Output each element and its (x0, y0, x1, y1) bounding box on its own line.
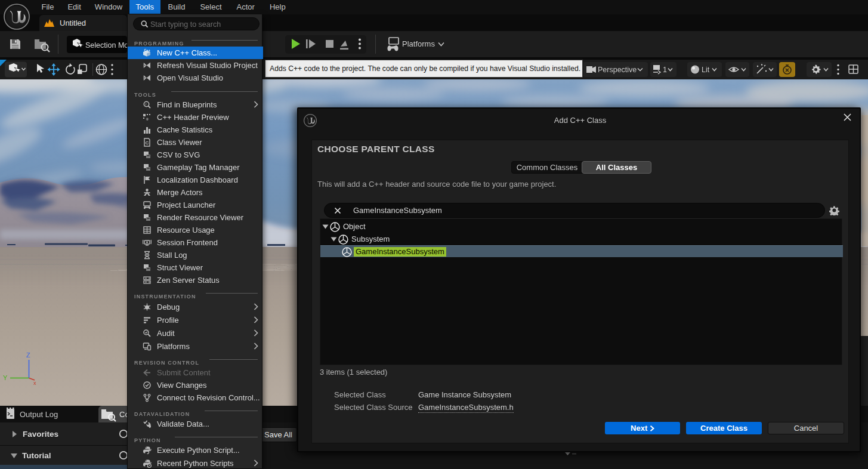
svg-text:Z: Z (26, 351, 30, 359)
svg-text:⧺: ⧺ (146, 117, 149, 121)
svg-text:Platforms: Platforms (402, 39, 435, 48)
svg-text:Y: Y (3, 374, 8, 381)
svg-text:C++: C++ (144, 48, 150, 52)
svg-text:Selection Mo: Selection Mo (85, 41, 128, 50)
svg-text:1: 1 (663, 66, 667, 74)
svg-text:C: C (146, 140, 149, 146)
svg-text:Output Log: Output Log (20, 410, 58, 419)
svg-text:x: x (33, 380, 36, 386)
svg-text:Lit: Lit (702, 66, 710, 74)
svg-text:Perspective: Perspective (598, 66, 637, 74)
svg-text:f: f (146, 102, 147, 106)
